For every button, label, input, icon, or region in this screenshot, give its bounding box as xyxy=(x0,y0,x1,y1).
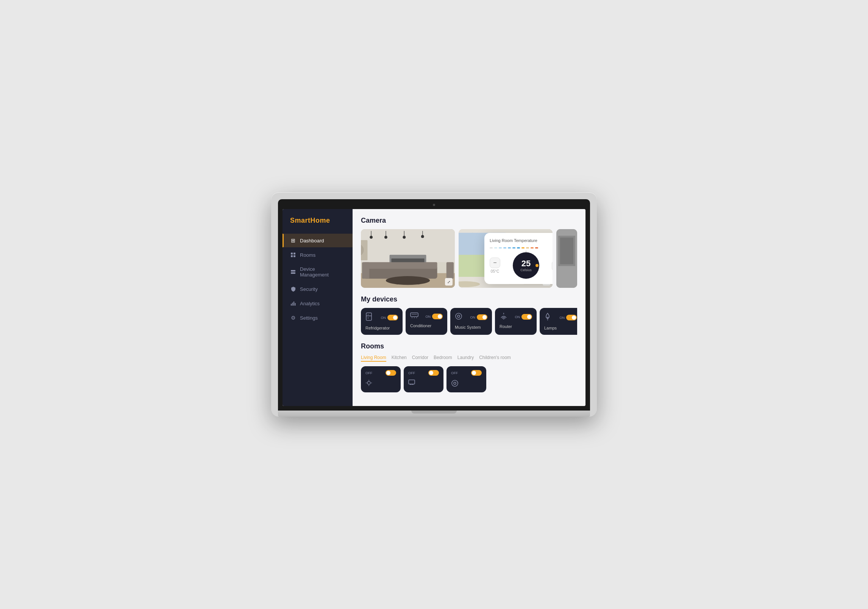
sidebar-item-device-management[interactable]: Device Management xyxy=(283,262,353,281)
temp-scale-bar xyxy=(490,247,493,248)
camera-feed-2[interactable]: ⤢ Living Room Temperature xyxy=(459,229,553,288)
device-toggle-router[interactable] xyxy=(521,314,532,320)
temp-min-group: − 05°C xyxy=(490,258,500,273)
temperature-dial[interactable]: 25 Celsius xyxy=(513,252,539,279)
dashboard-icon: ⊞ xyxy=(290,237,296,244)
room-device-toggle-2[interactable] xyxy=(428,370,439,376)
room-device-toggle-row: OFF xyxy=(408,370,439,376)
camera-feed-1[interactable]: ⤢ xyxy=(361,229,455,288)
room-device-status-1: OFF xyxy=(365,371,372,375)
device-toggle-music-system[interactable] xyxy=(477,314,487,320)
room-device-toggle-3[interactable] xyxy=(471,370,482,376)
temp-scale-bar xyxy=(531,247,534,248)
lamps-icon xyxy=(544,312,551,323)
camera-section-title: Camera xyxy=(361,217,577,225)
room-device-card-3[interactable]: OFF xyxy=(446,366,486,392)
room-device-card-2[interactable]: OFF xyxy=(404,366,443,392)
device-card-router[interactable]: ON Router xyxy=(495,308,537,335)
devices-section-title: My devices xyxy=(361,295,577,303)
temp-popup-title: Living Room Temperature xyxy=(490,238,537,243)
device-toggle-conditioner[interactable] xyxy=(432,314,443,319)
sidebar-item-security[interactable]: Security xyxy=(283,282,353,296)
temp-scale-bar xyxy=(512,247,515,248)
sidebar-item-analytics[interactable]: Analytics xyxy=(283,297,353,310)
sidebar-item-settings[interactable]: ⚙ Settings xyxy=(283,311,353,325)
room-tab-corridor[interactable]: Corridor xyxy=(412,355,428,362)
temp-min-label: 05°C xyxy=(491,269,499,273)
room-tab-living-room[interactable]: Living Room xyxy=(361,355,386,362)
camera-expand-btn-1[interactable]: ⤢ xyxy=(445,278,453,286)
temp-decrease-button[interactable]: − xyxy=(490,258,500,268)
device-toggle-row: ON xyxy=(470,314,488,320)
device-status-label: ON xyxy=(381,316,386,320)
temp-scale-bar xyxy=(526,247,529,248)
temp-scale-bar xyxy=(503,247,506,248)
device-card-conditioner[interactable]: ON Conditioner xyxy=(406,308,447,335)
router-icon xyxy=(500,312,508,321)
analytics-icon xyxy=(290,300,296,306)
camera-grid: ⤢ xyxy=(361,229,577,288)
devices-section: My devices xyxy=(361,295,577,335)
refrigerator-icon xyxy=(365,312,372,323)
room-tab-laundry[interactable]: Laundry xyxy=(457,355,474,362)
device-toggle-lamps[interactable] xyxy=(566,315,577,320)
settings-icon: ⚙ xyxy=(290,315,296,321)
svg-rect-9 xyxy=(295,303,296,306)
camera-section: Camera xyxy=(361,217,577,288)
temp-dial-value: 25 xyxy=(521,259,531,268)
temp-controls: − 05°C 25 Celsius xyxy=(490,252,553,279)
device-card-lamps[interactable]: ON Lamps xyxy=(540,308,577,335)
svg-point-64 xyxy=(367,381,370,384)
svg-rect-0 xyxy=(291,253,293,255)
svg-rect-48 xyxy=(366,313,372,320)
temp-max-group: 25°C + 19°C xyxy=(552,255,553,276)
conditioner-icon xyxy=(410,312,418,320)
device-status-label: ON xyxy=(426,315,431,319)
rooms-section-title: Rooms xyxy=(361,342,577,350)
room-device-toggle-1[interactable] xyxy=(386,370,396,376)
svg-rect-47 xyxy=(560,238,573,264)
svg-point-59 xyxy=(503,319,504,320)
rooms-icon xyxy=(290,252,296,258)
temp-scale-bar xyxy=(499,247,502,248)
device-toggle-row: ON xyxy=(560,315,577,320)
temp-scale-bar xyxy=(508,247,511,248)
svg-point-73 xyxy=(452,380,458,386)
rooms-tabs: Living Room Kitchen Corridor Bedroom Lau… xyxy=(361,355,577,362)
room-device-card-1[interactable]: OFF xyxy=(361,366,401,392)
temp-increase-button[interactable]: + xyxy=(552,261,553,271)
device-card-header: ON xyxy=(544,312,577,323)
device-card-header: ON xyxy=(410,312,443,320)
sidebar-item-rooms[interactable]: Rooms xyxy=(283,248,353,262)
temp-dial-unit: Celsius xyxy=(520,268,532,272)
device-card-refrigerator[interactable]: ON Refridgerator xyxy=(361,308,403,335)
svg-point-18 xyxy=(403,236,406,239)
sidebar-label-dashboard: Dashboard xyxy=(300,238,324,244)
temperature-popup: Living Room Temperature xyxy=(484,233,553,284)
svg-rect-6 xyxy=(291,304,292,306)
svg-point-58 xyxy=(457,315,460,317)
device-name-router: Router xyxy=(500,324,532,329)
svg-rect-5 xyxy=(291,272,295,274)
main-content: Camera xyxy=(353,209,585,406)
camera-feed-3[interactable] xyxy=(556,229,577,288)
device-toggle-refrigerator[interactable] xyxy=(387,315,398,320)
device-status-label: ON xyxy=(515,315,520,319)
svg-rect-26 xyxy=(446,262,454,279)
sidebar-item-dashboard[interactable]: ⊞ Dashboard xyxy=(283,234,353,247)
svg-point-17 xyxy=(384,236,387,239)
room-device-toggle-row: OFF xyxy=(451,370,482,376)
svg-rect-69 xyxy=(409,380,415,384)
device-name-conditioner: Conditioner xyxy=(410,323,443,328)
rooms-devices-grid: OFF xyxy=(361,366,577,392)
room-tab-bedroom[interactable]: Bedroom xyxy=(434,355,452,362)
device-status-label: ON xyxy=(470,315,476,319)
temp-scale xyxy=(490,247,553,248)
app-brand: SmartHome xyxy=(283,217,353,234)
room-tab-kitchen[interactable]: Kitchen xyxy=(392,355,407,362)
device-name-music-system: Music System xyxy=(455,325,487,329)
room-tab-childrens-room[interactable]: Children's room xyxy=(479,355,511,362)
svg-rect-25 xyxy=(362,262,369,279)
laptop-wrapper: SmartHome ⊞ Dashboard xyxy=(264,185,604,424)
device-card-music-system[interactable]: ON Music System xyxy=(450,308,492,335)
